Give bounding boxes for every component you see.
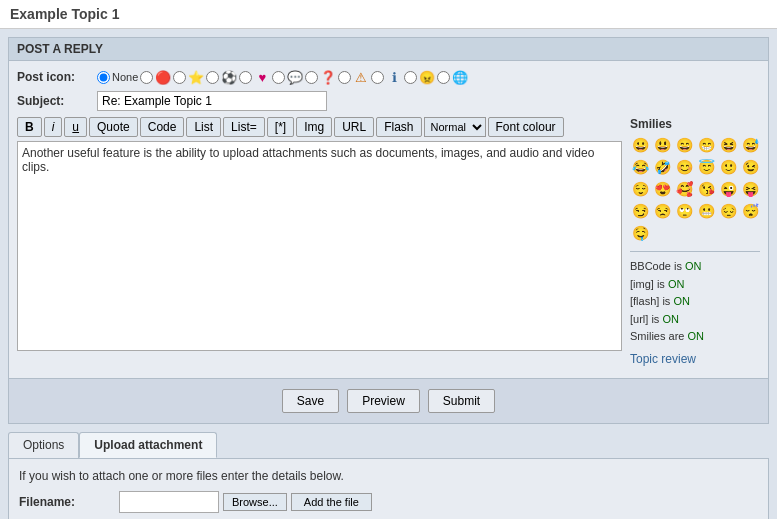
filename-label: Filename:	[19, 495, 119, 509]
save-button[interactable]: Save	[282, 389, 339, 413]
smiley-17[interactable]: 😜	[718, 179, 738, 199]
submit-button[interactable]: Submit	[428, 389, 495, 413]
img-line: [img] is ON	[630, 276, 760, 294]
smiley-14[interactable]: 😍	[652, 179, 672, 199]
smiley-10[interactable]: 😇	[696, 157, 716, 177]
topic-review-link[interactable]: Topic review	[630, 352, 696, 366]
preview-button[interactable]: Preview	[347, 389, 420, 413]
icon-angry-radio[interactable]	[404, 71, 417, 84]
icon-heart-option[interactable]: ♥	[239, 69, 270, 85]
icon-none-radio[interactable]	[97, 71, 110, 84]
smiley-20[interactable]: 😒	[652, 201, 672, 221]
smiley-9[interactable]: 😊	[674, 157, 694, 177]
post-reply-section: POST A REPLY Post icon: None 🔴	[8, 37, 769, 424]
icon-speech-dot: 💬	[287, 69, 303, 85]
bold-button[interactable]: B	[17, 117, 42, 137]
smiley-15[interactable]: 🥰	[674, 179, 694, 199]
smiley-24[interactable]: 😴	[740, 201, 760, 221]
italic-button[interactable]: i	[44, 117, 63, 137]
icon-star-dot: ⭐	[188, 69, 204, 85]
editor-toolbar: B i u Quote Code List List= [*] Img URL …	[17, 117, 622, 137]
filename-input[interactable]	[119, 491, 219, 513]
attach-info: If you wish to attach one or more files …	[19, 469, 758, 483]
flash-button[interactable]: Flash	[376, 117, 421, 137]
smiley-23[interactable]: 😔	[718, 201, 738, 221]
icon-soccer-dot: ⚽	[221, 69, 237, 85]
smiley-5[interactable]: 😆	[718, 135, 738, 155]
subject-input[interactable]	[97, 91, 327, 111]
quote-button[interactable]: Quote	[89, 117, 138, 137]
icon-angry-dot: 😠	[419, 69, 435, 85]
page-title: Example Topic 1	[0, 0, 777, 29]
message-textarea[interactable]	[17, 141, 622, 351]
smiley-6[interactable]: 😅	[740, 135, 760, 155]
smiley-12[interactable]: 😉	[740, 157, 760, 177]
smiley-2[interactable]: 😃	[652, 135, 672, 155]
icon-info-radio[interactable]	[371, 71, 384, 84]
smilies-panel: Smilies 😀 😃 😄 😁 😆 😅 😂 🤣 😊 😇	[630, 117, 760, 366]
subject-label: Subject:	[17, 94, 97, 108]
smiley-13[interactable]: 😌	[630, 179, 650, 199]
smiley-11[interactable]: 🙂	[718, 157, 738, 177]
main-container: POST A REPLY Post icon: None 🔴	[0, 37, 777, 519]
post-reply-header: POST A REPLY	[9, 38, 768, 61]
code-button[interactable]: Code	[140, 117, 185, 137]
smiley-3[interactable]: 😄	[674, 135, 694, 155]
lower-panel: If you wish to attach one or more files …	[8, 458, 769, 519]
icon-green-dot: 🌐	[452, 69, 468, 85]
add-file-button[interactable]: Add the file	[291, 493, 372, 511]
img-button[interactable]: Img	[296, 117, 332, 137]
tabs-row: Options Upload attachment	[8, 432, 769, 458]
icon-green-radio[interactable]	[437, 71, 450, 84]
icon-question-radio[interactable]	[305, 71, 318, 84]
icon-soccer-option[interactable]: ⚽	[206, 69, 237, 85]
url-button[interactable]: URL	[334, 117, 374, 137]
smiley-22[interactable]: 😬	[696, 201, 716, 221]
icon-heart-radio[interactable]	[239, 71, 252, 84]
browse-button[interactable]: Browse...	[223, 493, 287, 511]
font-colour-button[interactable]: Font colour	[488, 117, 564, 137]
smiley-21[interactable]: 🙄	[674, 201, 694, 221]
smiley-8[interactable]: 🤣	[652, 157, 672, 177]
bbcode-line: BBCode is ON	[630, 258, 760, 276]
tab-options[interactable]: Options	[8, 432, 79, 458]
smilies-line: Smilies are ON	[630, 328, 760, 346]
icon-none-label: None	[112, 71, 138, 83]
list-button[interactable]: List	[186, 117, 221, 137]
smiley-1[interactable]: 😀	[630, 135, 650, 155]
bbcode-info: BBCode is ON [img] is ON [flash] is ON […	[630, 251, 760, 346]
smiley-7[interactable]: 😂	[630, 157, 650, 177]
icon-info-dot: ℹ	[386, 69, 402, 85]
smilies-title: Smilies	[630, 117, 760, 131]
icon-speech-option[interactable]: 💬	[272, 69, 303, 85]
icon-green-option[interactable]: 🌐	[437, 69, 468, 85]
tab-upload[interactable]: Upload attachment	[79, 432, 217, 458]
smiley-16[interactable]: 😘	[696, 179, 716, 199]
icon-angry-option[interactable]: 😠	[404, 69, 435, 85]
smiley-4[interactable]: 😁	[696, 135, 716, 155]
icon-question-dot: ❓	[320, 69, 336, 85]
icon-speech-radio[interactable]	[272, 71, 285, 84]
icon-question-option[interactable]: ❓	[305, 69, 336, 85]
font-size-select[interactable]: Tiny Small Normal Large Huge	[424, 117, 486, 137]
underline-button[interactable]: u	[64, 117, 87, 137]
post-icon-row: Post icon: None 🔴 ⭐	[17, 69, 760, 85]
icon-star-option[interactable]: ⭐	[173, 69, 204, 85]
icon-warning-dot: ⚠	[353, 69, 369, 85]
icon-options: None 🔴 ⭐ ⚽	[97, 69, 468, 85]
list-eq-button[interactable]: List=	[223, 117, 265, 137]
url-line: [url] is ON	[630, 311, 760, 329]
smiley-18[interactable]: 😝	[740, 179, 760, 199]
icon-info-option[interactable]: ℹ	[371, 69, 402, 85]
icon-warning-radio[interactable]	[338, 71, 351, 84]
icon-red-option[interactable]: 🔴	[140, 69, 171, 85]
smiley-25[interactable]: 🤤	[630, 223, 650, 243]
icon-warning-option[interactable]: ⚠	[338, 69, 369, 85]
icon-red-radio[interactable]	[140, 71, 153, 84]
icon-none-option[interactable]: None	[97, 71, 138, 84]
star-button[interactable]: [*]	[267, 117, 294, 137]
icon-red-dot: 🔴	[155, 69, 171, 85]
smiley-19[interactable]: 😏	[630, 201, 650, 221]
icon-star-radio[interactable]	[173, 71, 186, 84]
icon-soccer-radio[interactable]	[206, 71, 219, 84]
